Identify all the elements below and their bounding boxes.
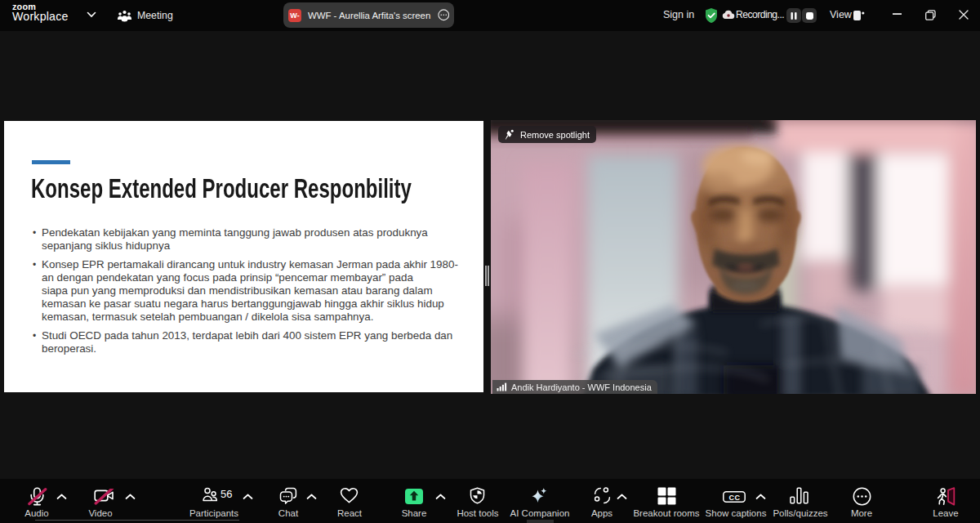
- svg-text:C: C: [735, 494, 741, 502]
- svg-text:C: C: [729, 494, 735, 502]
